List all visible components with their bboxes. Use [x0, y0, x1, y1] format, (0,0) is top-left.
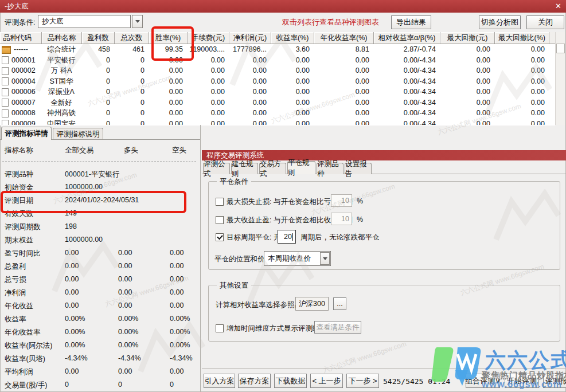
tab-close-rules[interactable]: 平仓规则 — [287, 161, 315, 174]
detail-row: 有效天数149 — [0, 209, 200, 221]
tab-report-settings[interactable]: 设置报告 — [345, 163, 372, 174]
combo-eval-button[interactable]: 组合评测∨ — [466, 374, 500, 388]
detail-row: 评测周期数198 — [0, 222, 200, 234]
stop-loss-input[interactable]: 10 — [331, 194, 352, 207]
target-period-suffix: 周期后，无论涨跌都平仓 — [300, 233, 380, 242]
detail-row: 收益率(阿尔法)0.00%0.00%0.00% — [0, 341, 200, 352]
col-header-alpha-beta[interactable]: 相对收益率α/β(%) — [374, 32, 440, 44]
row-checkbox-icon[interactable] — [2, 99, 9, 107]
col-header-winrate[interactable]: 胜率(%) — [149, 32, 188, 44]
row-checkbox-icon[interactable] — [2, 109, 9, 117]
take-profit-input[interactable]: 10 — [331, 213, 352, 225]
condition-label: 评测条件: — [5, 18, 35, 28]
take-profit-percent: % — [357, 215, 363, 224]
eval-report-button[interactable]: 评测报告 — [543, 374, 566, 388]
col-header-yield[interactable]: 收益率(%) — [271, 32, 314, 44]
detail-row: 年化收益0.000.000.00 — [0, 301, 200, 313]
reference-symbol-field[interactable]: 沪深300 — [295, 297, 329, 311]
table-row[interactable]: 000006 深振业A 0 0 0.00 0.00 0.00 0.00 0.00… — [0, 87, 549, 97]
detail-col-long: 多头 — [124, 146, 138, 155]
save-plan-button[interactable]: 保存方案 — [238, 374, 271, 388]
condition-combobox[interactable]: 抄大底 — [38, 15, 131, 28]
col-header-code[interactable]: 品种代码 — [0, 32, 42, 44]
condition-value: 抄大底 — [42, 17, 64, 26]
table-row[interactable]: 000004 ST国华 0 0 0.00 0.00 0.00 0.00 0.00… — [0, 76, 549, 87]
chevron-down-icon — [135, 20, 140, 23]
progress-counter: 5425/5425 01:24 — [383, 377, 450, 386]
download-data-button[interactable]: 下载数据 — [274, 374, 307, 388]
window-title-bar: -抄大底 ✕ — [0, 0, 566, 13]
close-price-label: 平仓的位置和价位 — [214, 254, 272, 264]
col-header-wins[interactable]: 盈利数 — [82, 32, 115, 44]
detail-row: 评测品种000001-平安银行 — [0, 170, 200, 181]
col-header-netprofit[interactable]: 净利润(元) — [229, 32, 271, 44]
take-profit-checkbox[interactable] — [216, 216, 224, 224]
row-checkbox-icon — [2, 120, 9, 125]
export-results-button[interactable]: 导出结果 — [391, 15, 431, 29]
table-row[interactable]: 000008 神州高铁 0 0 0.00 0.00 0.00 0.00 0.00… — [0, 108, 549, 119]
col-header-fee[interactable]: 手续费(元) — [188, 32, 229, 44]
tab-indicator-detail[interactable]: 评测指标详情 — [1, 127, 52, 140]
table-row-clipped[interactable]: 000009 中国宝安 0 0 0.00 0.00 0.00 0.00 0.00… — [0, 119, 549, 126]
detail-row-eval-date: 评测日期2024/01/02-2024/05/31 — [0, 196, 200, 207]
next-step-button[interactable]: 下一步 > — [346, 374, 379, 388]
detail-row: 年化收益率0.00%0.00%0.00% — [0, 328, 200, 339]
tab-indicator-help[interactable]: 评测指标说明 — [53, 128, 103, 140]
time-dimension-checkbox[interactable] — [216, 324, 224, 332]
detail-row: 交易量(股/手)000 — [0, 381, 200, 392]
import-plan-button[interactable]: 引入方案 — [204, 374, 235, 388]
close-button[interactable]: 关闭 — [526, 15, 564, 29]
other-settings-group-label: 其他设置 — [217, 281, 251, 291]
target-period-checkbox[interactable] — [216, 233, 224, 241]
col-header-drawdown[interactable]: 最大回撤(元) — [440, 32, 495, 44]
detail-row: 收益率(贝塔)-4.34%-4.34%-4.34% — [0, 354, 200, 366]
detail-row: 期末权益1000000.00 — [0, 236, 200, 247]
col-header-name[interactable]: 品种名称 — [42, 32, 82, 44]
target-period-input[interactable]: 20 — [278, 230, 296, 244]
row-checkbox-icon[interactable] — [2, 88, 9, 96]
col-header-total[interactable]: 总次数 — [115, 32, 149, 44]
close-price-dropdown-button[interactable] — [320, 252, 330, 265]
detail-col-all: 全部交易 — [65, 146, 93, 155]
detail-col-name: 指标名称 — [5, 146, 33, 155]
tab-trade-mode[interactable]: 交易方式 — [259, 163, 286, 174]
close-icon[interactable]: ✕ — [555, 2, 561, 10]
panel-divider — [200, 125, 201, 392]
table-row[interactable]: 000002 万 科A 0 0 0.00 0.00 0.00 0.00 0.00… — [0, 65, 549, 76]
view-conditions-button[interactable]: 查看满足条件 — [314, 321, 361, 334]
window-title: -抄大底 — [5, 2, 29, 11]
table-row[interactable]: 000001 平安银行 0 0 0.00 0.00 0.00 0.00 0.00… — [0, 55, 549, 66]
scrollbar-thumb[interactable] — [556, 44, 565, 53]
switch-chart-button[interactable]: 切换分析图 — [479, 15, 521, 29]
col-header-annual-yield[interactable]: 年化收益率(%) — [314, 32, 374, 44]
watermark-text: 六六公式网 www.66gsw.com — [322, 339, 408, 375]
detail-row: 平均利润0.000.000.00 — [0, 367, 200, 379]
evaluation-window: -抄大底 ✕ 评测条件: 抄大底 双击列表行查看品种评测图表 导出结果 切换分析… — [0, 0, 566, 392]
footer-divider — [202, 369, 566, 369]
reference-more-button[interactable]: ... — [333, 297, 346, 310]
col-header-drawdown-pct[interactable]: 最大回撤比(%) — [495, 32, 549, 44]
tab-open-rules[interactable]: 建仓规则 — [231, 163, 258, 174]
row-checkbox-icon[interactable] — [2, 67, 9, 75]
detail-row: 初始资金1000000.00 — [0, 183, 200, 194]
detail-row: 净利润0.000.000.00 — [0, 288, 200, 300]
chevron-down-icon — [323, 257, 327, 260]
detail-row: 收益率0.00%0.00%0.00% — [0, 315, 200, 326]
results-table-header: 品种代码 品种名称 盈利数 总次数 胜率(%) 手续费(元) 净利润(元) 收益… — [0, 32, 555, 44]
condition-dropdown-button[interactable] — [132, 15, 143, 28]
tab-eval-formula[interactable]: 评测公式 — [203, 163, 230, 174]
prev-step-button[interactable]: < 上一步 — [310, 374, 343, 388]
start-eval-button[interactable]: 开始评测 — [505, 374, 539, 388]
close-price-combobox[interactable]: 本周期收盘价 — [264, 251, 331, 266]
stop-loss-checkbox[interactable] — [216, 198, 224, 206]
row-checkbox-icon[interactable] — [2, 77, 9, 85]
detail-col-short: 空头 — [172, 146, 186, 155]
table-row-summary[interactable]: ------ 综合统计 458 461 99.35 1190003.... 17… — [0, 44, 549, 55]
table-row[interactable]: 000007 全新好 0 0 0.00 0.00 0.00 0.00 0.00 … — [0, 97, 549, 108]
row-checkbox-icon[interactable] — [2, 56, 9, 64]
tab-eval-symbols[interactable]: 评测品种 — [317, 163, 343, 174]
summary-grid-icon — [2, 46, 11, 54]
table-vertical-scrollbar[interactable] — [555, 32, 565, 125]
detail-row: 盈亏时间比0.000.000.00 — [0, 249, 200, 260]
detail-row: 总亏损0.000.000.00 — [0, 275, 200, 287]
